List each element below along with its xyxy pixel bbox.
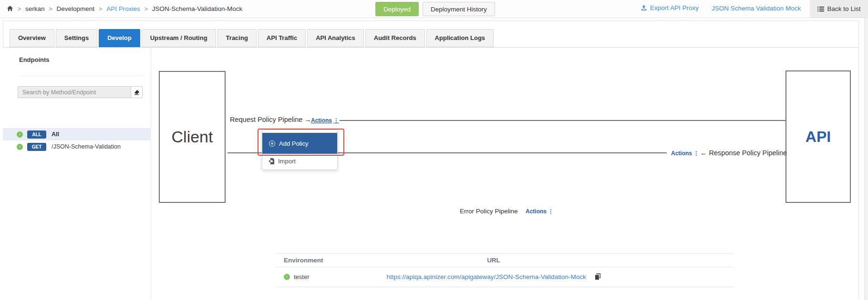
error-pipeline-label: Error Policy Pipeline (460, 208, 518, 215)
tab-develop[interactable]: Develop (99, 29, 140, 47)
breadcrumb-separator: > (49, 6, 52, 12)
gateway-url-link[interactable]: https://apiqa.apinizer.com/apigateway/JS… (386, 273, 586, 280)
endpoint-row-all[interactable]: ↑ ALL All (3, 128, 151, 140)
kebab-dots-icon: ⋮ (548, 208, 554, 215)
error-pipeline-actions-link[interactable]: Actions⋮ (526, 208, 554, 215)
response-pipeline-label: ← Response Policy Pipeline (700, 149, 787, 157)
actions-dropdown-menu: + Add Policy Import (262, 130, 338, 170)
breadcrumb-link-api-proxies[interactable]: API Proxies (106, 5, 140, 12)
export-api-proxy-link[interactable]: Export API Proxy (641, 4, 699, 11)
up-arrow-circle-icon: ↑ (17, 131, 23, 138)
environments-table: Environment URL ↑ tester https://apiqa.a… (275, 253, 734, 287)
sidebar-divider (19, 76, 143, 76)
breadcrumb-separator: > (18, 6, 21, 12)
api-node: API (785, 70, 851, 203)
api-node-label: API (806, 128, 831, 146)
column-header-url: URL (378, 254, 610, 267)
search-clear-button[interactable] (131, 86, 143, 98)
import-label: Import (278, 158, 296, 165)
tab-audit-records[interactable]: Audit Records (365, 29, 425, 47)
actions-label: Actions (311, 117, 332, 124)
actions-label: Actions (526, 208, 547, 215)
kebab-dots-icon: ⋮ (333, 117, 339, 124)
endpoint-label: All (52, 131, 59, 138)
file-import-icon (269, 158, 274, 164)
endpoint-search (18, 86, 143, 98)
add-policy-label: Add Policy (279, 140, 308, 147)
breadcrumb-separator: > (145, 6, 148, 12)
deployment-history-button[interactable]: Deployment History (423, 2, 495, 16)
breadcrumb: > serkan > Development > API Proxies > J… (7, 0, 242, 18)
back-to-list-label: Back to List (827, 5, 861, 12)
add-policy-menu-item[interactable]: + Add Policy (262, 133, 337, 154)
environment-name: tester (294, 273, 310, 280)
tab-api-traffic[interactable]: API Traffic (258, 29, 306, 47)
endpoint-row-json-schema-validation[interactable]: ↑ GET /JSON-Schema-Validation (3, 140, 151, 153)
breadcrumb-separator: > (99, 6, 102, 12)
copy-icon[interactable] (595, 273, 601, 280)
eraser-icon (134, 90, 140, 95)
vertical-scrollbar[interactable] (864, 18, 868, 300)
client-node-label: Client (172, 128, 213, 146)
upload-icon (641, 5, 647, 11)
tab-application-logs[interactable]: Application Logs (426, 29, 494, 47)
kebab-dots-icon: ⋮ (693, 150, 699, 157)
home-icon[interactable] (7, 5, 13, 12)
api-proxy-develop-screen: > serkan > Development > API Proxies > J… (0, 0, 868, 300)
request-pipeline-label: Request Policy Pipeline → (230, 116, 311, 123)
request-pipeline-actions-link[interactable]: Actions⋮ (311, 117, 339, 124)
tab-tracing[interactable]: Tracing (217, 29, 257, 47)
breadcrumb-item-environment: Development (57, 5, 95, 12)
deployed-status-button[interactable]: Deployed (375, 2, 419, 16)
tab-api-analytics[interactable]: API Analytics (307, 29, 364, 47)
client-node: Client (159, 71, 226, 203)
actions-label: Actions (671, 150, 692, 157)
request-pipeline-line (340, 120, 785, 121)
table-header-row: Environment URL (275, 254, 734, 267)
breadcrumb-item-workspace: serkan (25, 5, 45, 12)
import-menu-item[interactable]: Import (262, 154, 337, 168)
endpoints-sidebar: Endpoints ↑ ALL All ↑ GET /JSON-Schema-V… (3, 48, 151, 300)
up-arrow-circle-icon: ↑ (17, 144, 23, 150)
plus-circle-icon: + (269, 140, 275, 147)
column-header-spacer (610, 254, 734, 267)
endpoint-search-input[interactable] (18, 86, 131, 98)
up-arrow-circle-icon: ↑ (284, 274, 290, 280)
proxy-name-link[interactable]: JSON Schema Validation Mock (712, 5, 801, 12)
method-badge-get: GET (27, 143, 46, 151)
table-row: ↑ tester https://apiqa.apinizer.com/apig… (275, 267, 734, 287)
back-to-list-button[interactable]: Back to List (810, 0, 868, 18)
breadcrumb-item-proxy-name: JSON-Schema-Validation-Mock (152, 5, 243, 12)
list-icon (817, 6, 824, 12)
response-pipeline-actions-link[interactable]: Actions⋮ (671, 150, 699, 157)
export-api-proxy-label: Export API Proxy (650, 4, 699, 11)
top-bar: > serkan > Development > API Proxies > J… (0, 0, 868, 18)
tab-bar: Overview Settings Develop Upstream / Rou… (10, 29, 494, 47)
tab-settings[interactable]: Settings (56, 29, 97, 47)
method-badge-all: ALL (27, 130, 46, 139)
tab-content-divider (3, 47, 859, 48)
tab-overview[interactable]: Overview (10, 29, 54, 47)
endpoint-label: /JSON-Schema-Validation (52, 143, 121, 150)
column-header-environment: Environment (275, 254, 378, 267)
endpoints-title: Endpoints (19, 56, 50, 63)
tab-upstream-routing[interactable]: Upstream / Routing (142, 29, 216, 47)
